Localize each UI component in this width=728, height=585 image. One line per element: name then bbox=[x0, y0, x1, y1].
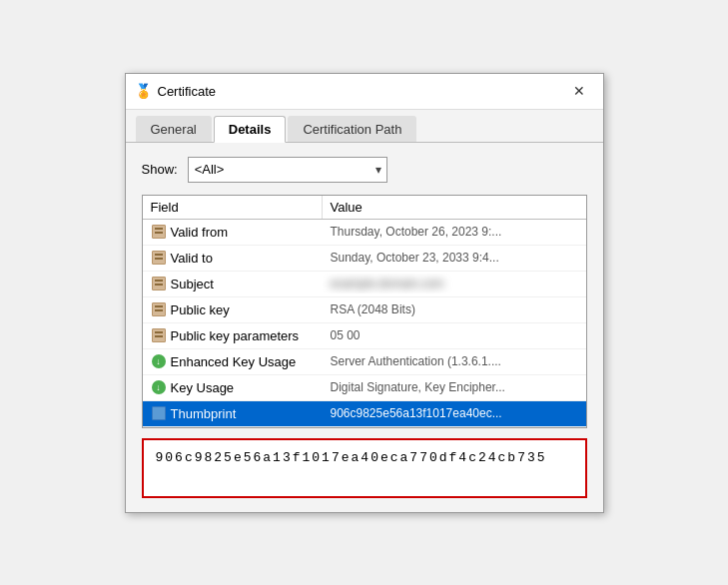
fields-table: Field Value Valid from Thursday, October… bbox=[142, 195, 587, 428]
dialog-title: Certificate bbox=[158, 84, 217, 99]
show-row: Show: <All> Version 1 Fields Only Extens… bbox=[142, 157, 587, 183]
tab-content: Show: <All> Version 1 Fields Only Extens… bbox=[126, 143, 603, 512]
table-row[interactable]: Valid from Thursday, October 26, 2023 9:… bbox=[143, 220, 586, 246]
table-row-selected[interactable]: Thumbprint 906c9825e56a13f1017ea40ec... bbox=[143, 401, 586, 427]
table-row[interactable]: Valid to Sunday, October 23, 2033 9:4... bbox=[143, 246, 586, 272]
show-select-wrapper: <All> Version 1 Fields Only Extensions O… bbox=[188, 157, 387, 183]
table-row[interactable]: ↓ Key Usage Digital Signature, Key Encip… bbox=[143, 375, 586, 401]
detail-value-box: 906c9825e56a13f1017ea40eca770df4c24cb735 bbox=[142, 438, 587, 498]
table-row[interactable]: ↓ Enhanced Key Usage Server Authenticati… bbox=[143, 349, 586, 375]
tab-certification-path[interactable]: Certification Path bbox=[288, 116, 416, 142]
field-column-header: Field bbox=[143, 196, 323, 219]
table-scroll-area[interactable]: Valid from Thursday, October 26, 2023 9:… bbox=[143, 220, 586, 427]
value-cell: Sunday, October 23, 2033 9:4... bbox=[323, 248, 586, 268]
table-row[interactable]: Public key parameters 05 00 bbox=[143, 323, 586, 349]
doc-icon bbox=[151, 276, 167, 292]
value-cell: 05 00 bbox=[323, 325, 586, 345]
tab-general[interactable]: General bbox=[136, 116, 212, 142]
value-cell: RSA (2048 Bits) bbox=[323, 299, 586, 319]
green-icon: ↓ bbox=[151, 353, 167, 369]
field-cell: ↓ Key Usage bbox=[143, 376, 323, 398]
value-cell: 906c9825e56a13f1017ea40ec... bbox=[323, 403, 586, 423]
table-row[interactable]: Public key RSA (2048 Bits) bbox=[143, 297, 586, 323]
value-column-header: Value bbox=[323, 196, 586, 219]
field-cell: Thumbprint bbox=[143, 402, 323, 424]
table-header: Field Value bbox=[143, 196, 586, 220]
value-cell: Server Authentication (1.3.6.1.... bbox=[323, 351, 586, 371]
blue-doc-icon bbox=[151, 405, 167, 421]
field-cell: Subject bbox=[143, 273, 323, 294]
value-cell: Thursday, October 26, 2023 9:... bbox=[323, 222, 586, 242]
field-cell: Valid to bbox=[143, 247, 323, 269]
field-cell: Public key parameters bbox=[143, 324, 323, 346]
certificate-dialog: 🏅 Certificate ✕ General Details Certific… bbox=[125, 73, 604, 513]
title-bar-left: 🏅 Certificate bbox=[136, 83, 217, 99]
close-button[interactable]: ✕ bbox=[565, 79, 593, 103]
title-bar: 🏅 Certificate ✕ bbox=[126, 74, 603, 110]
value-cell: Digital Signature, Key Encipher... bbox=[323, 377, 586, 397]
field-cell: Valid from bbox=[143, 221, 323, 243]
green-icon: ↓ bbox=[151, 379, 167, 395]
table-row[interactable]: Subject example.domain.com bbox=[143, 272, 586, 297]
show-label: Show: bbox=[142, 162, 178, 177]
certificate-icon: 🏅 bbox=[136, 83, 152, 99]
doc-icon bbox=[151, 327, 167, 343]
detail-value-text: 906c9825e56a13f1017ea40eca770df4c24cb735 bbox=[156, 450, 547, 465]
field-cell: ↓ Enhanced Key Usage bbox=[143, 350, 323, 372]
tab-bar: General Details Certification Path bbox=[126, 110, 603, 143]
tab-details[interactable]: Details bbox=[214, 116, 287, 143]
value-cell: example.domain.com bbox=[323, 274, 586, 293]
doc-icon bbox=[151, 301, 167, 317]
field-cell: Public key bbox=[143, 298, 323, 320]
doc-icon bbox=[151, 224, 167, 240]
doc-icon bbox=[151, 250, 167, 266]
show-select[interactable]: <All> Version 1 Fields Only Extensions O… bbox=[188, 157, 387, 183]
